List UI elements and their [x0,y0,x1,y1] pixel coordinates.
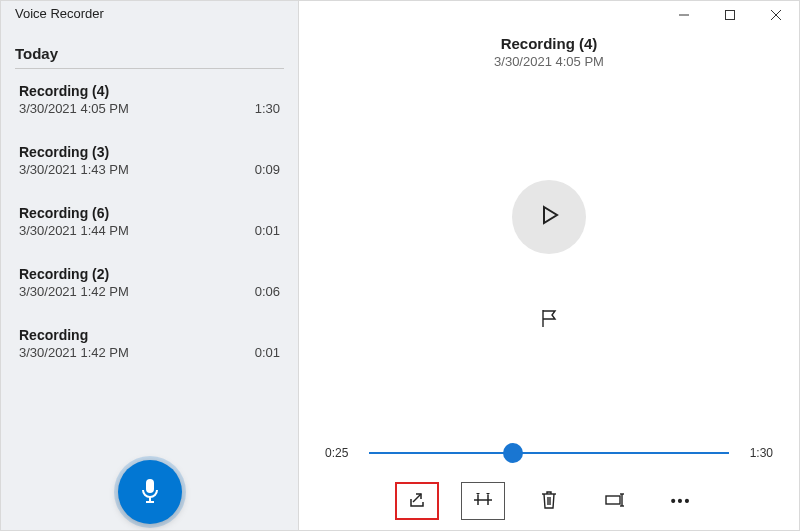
svg-marker-13 [486,493,490,495]
timeline: 0:25 1:30 [299,446,799,466]
recording-datetime: 3/30/2021 1:43 PM [19,162,129,177]
close-icon [770,9,782,24]
svg-rect-0 [146,479,154,493]
recording-name: Recording (3) [19,144,280,160]
recording-datetime: 3/30/2021 1:44 PM [19,223,129,238]
detail-datetime: 3/30/2021 4:05 PM [299,54,799,69]
recording-datetime: 3/30/2021 1:42 PM [19,284,129,299]
svg-rect-4 [726,10,735,19]
delete-button[interactable] [527,482,571,520]
more-icon: ••• [671,493,692,509]
section-header-today: Today [15,25,284,69]
recording-list-item[interactable]: Recording (6) 3/30/2021 1:44 PM 0:01 [1,191,298,252]
trim-button[interactable] [461,482,505,520]
recording-duration: 0:06 [255,284,280,299]
recording-name: Recording (2) [19,266,280,282]
add-marker-button[interactable] [533,304,565,336]
sidebar: Voice Recorder Today Recording (4) 3/30/… [1,1,299,530]
minimize-icon [678,9,690,24]
elapsed-time: 0:25 [325,446,359,460]
svg-marker-12 [476,493,480,495]
minimize-button[interactable] [661,1,707,31]
maximize-button[interactable] [707,1,753,31]
flag-icon [538,307,560,332]
window-controls [299,1,799,31]
recording-list: Recording (4) 3/30/2021 4:05 PM 1:30 Rec… [1,69,298,460]
play-icon [536,202,562,231]
app-title: Voice Recorder [1,1,298,25]
svg-rect-17 [606,496,620,504]
maximize-icon [724,9,736,24]
detail-header: Recording (4) 3/30/2021 4:05 PM [299,35,799,69]
recording-name: Recording [19,327,280,343]
recording-name: Recording (6) [19,205,280,221]
rename-button[interactable] [593,482,637,520]
more-button[interactable]: ••• [659,482,703,520]
recording-duration: 0:01 [255,345,280,360]
svg-marker-7 [544,207,557,223]
trim-icon [472,492,494,511]
recording-list-item[interactable]: Recording 3/30/2021 1:42 PM 0:01 [1,313,298,374]
detail-title: Recording (4) [299,35,799,52]
record-button[interactable] [118,460,182,524]
recording-datetime: 3/30/2021 4:05 PM [19,101,129,116]
seek-track[interactable] [369,450,729,456]
recording-duration: 1:30 [255,101,280,116]
share-icon [407,491,427,512]
seek-track-bg [369,452,729,454]
microphone-icon [138,477,162,508]
total-time: 1:30 [739,446,773,460]
recording-list-item[interactable]: Recording (4) 3/30/2021 4:05 PM 1:30 [1,69,298,130]
seek-thumb[interactable] [503,443,523,463]
recording-datetime: 3/30/2021 1:42 PM [19,345,129,360]
recording-list-item[interactable]: Recording (2) 3/30/2021 1:42 PM 0:06 [1,252,298,313]
close-button[interactable] [753,1,799,31]
trash-icon [540,490,558,513]
rename-icon [604,492,626,511]
recording-duration: 0:09 [255,162,280,177]
recording-list-item[interactable]: Recording (3) 3/30/2021 1:43 PM 0:09 [1,130,298,191]
recording-duration: 0:01 [255,223,280,238]
share-button[interactable] [395,482,439,520]
play-button[interactable] [512,180,586,254]
toolbar: ••• [299,466,799,530]
recording-name: Recording (4) [19,83,280,99]
main-pane: Recording (4) 3/30/2021 4:05 PM 0:25 [299,1,799,530]
